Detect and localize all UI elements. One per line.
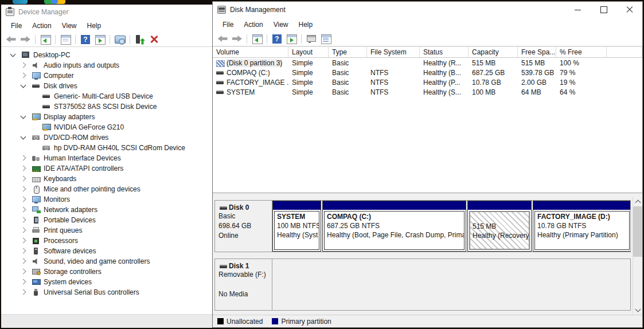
tree-item[interactable]: Generic- Multi-Card USB Device: [1, 91, 212, 101]
partition[interactable]: SYSTEM 100 MB NTFS Healthy (Syst: [272, 201, 321, 252]
tree-item[interactable]: Mice and other pointing devices: [1, 184, 212, 194]
tree-item[interactable]: IDE ATA/ATAPI controllers: [1, 163, 212, 174]
chevron-icon[interactable]: [18, 226, 29, 235]
sep[interactable]: [33, 34, 37, 45]
tree-item[interactable]: ST375052 8AS SCSI Disk Device: [1, 101, 212, 112]
tree-item[interactable]: Network adapters: [1, 205, 212, 215]
menu-item[interactable]: File: [217, 19, 239, 30]
chevron-icon[interactable]: [8, 50, 18, 60]
partition[interactable]: FACTORY_IMAGE (D:) 10.78 GB NTFS Healthy…: [533, 201, 630, 252]
menu-item[interactable]: View: [57, 21, 82, 31]
col-layout[interactable]: Layout: [288, 47, 329, 57]
tree-item[interactable]: NVIDIA GeForce G210: [1, 122, 212, 132]
menu-item[interactable]: Help: [294, 19, 318, 30]
chevron-icon[interactable]: [18, 185, 29, 194]
action-pane-icon[interactable]: [93, 34, 106, 45]
sep[interactable]: [299, 33, 303, 45]
tree-item[interactable]: Audio inputs and outputs: [1, 60, 212, 70]
disk1-header[interactable]: Disk 1 Removable (F:) No Media: [215, 259, 272, 310]
partition[interactable]: 515 MB Healthy (Recovery: [467, 201, 532, 252]
tree-item[interactable]: Display adapters: [1, 112, 212, 122]
chevron-icon[interactable]: [18, 246, 29, 256]
console-tree-icon[interactable]: [251, 33, 263, 45]
back-arrow[interactable]: [216, 33, 229, 45]
chevron-icon[interactable]: [18, 267, 29, 276]
sep[interactable]: [265, 33, 269, 45]
col-file-system[interactable]: File System: [367, 47, 420, 57]
minimize-icon[interactable]: [565, 2, 591, 18]
menu-item[interactable]: Action: [239, 19, 268, 30]
tree-item[interactable]: Keyboards: [1, 174, 212, 184]
col-type[interactable]: Type: [329, 47, 367, 57]
tree-item[interactable]: Processors: [1, 236, 212, 246]
menu-item[interactable]: File: [6, 21, 27, 31]
checklist-icon[interactable]: [319, 33, 332, 45]
vertical-scrollbar[interactable]: [633, 197, 642, 315]
col-free-space[interactable]: Free Spa...: [518, 47, 556, 57]
tree-item[interactable]: Portable Devices: [1, 215, 212, 225]
sep[interactable]: [53, 34, 57, 45]
tree-item[interactable]: Computer: [1, 70, 212, 81]
chevron-icon[interactable]: [18, 133, 29, 142]
tree-item[interactable]: hp DVD-RAM GH40L SCSI CdRom Device: [1, 143, 212, 153]
chevron-icon[interactable]: [18, 71, 29, 80]
back-arrow[interactable]: [5, 34, 17, 45]
forward-arrow[interactable]: [231, 33, 243, 45]
tree-item[interactable]: Storage controllers: [1, 267, 212, 277]
sep[interactable]: [128, 34, 132, 45]
tree-item[interactable]: Monitors: [1, 194, 212, 205]
chevron-icon[interactable]: [18, 216, 29, 225]
tree-item[interactable]: Disk drives: [1, 81, 212, 91]
forward-arrow[interactable]: [19, 34, 32, 45]
menu-item[interactable]: View: [268, 19, 294, 30]
partition[interactable]: COMPAQ (C:) 687.25 GB NTFS Healthy (Boot…: [322, 201, 466, 252]
menu-item[interactable]: Action: [27, 21, 56, 31]
tree-item[interactable]: DVD/CD-ROM drives: [1, 132, 212, 143]
col-capacity[interactable]: Capacity: [469, 47, 518, 57]
tree-item[interactable]: Human Interface Devices: [1, 153, 212, 163]
maximize-icon[interactable]: [591, 2, 616, 18]
close-icon[interactable]: [616, 2, 642, 18]
volume-row[interactable]: SYSTEM Simple Basic NTFS Healthy (S... 1…: [213, 87, 642, 97]
action-pane-icon[interactable]: [285, 33, 298, 45]
scrollbar-thumb[interactable]: [633, 206, 642, 257]
update-driver-icon[interactable]: [134, 34, 146, 45]
tree-item[interactable]: Software devices: [1, 246, 212, 256]
col-percent-free[interactable]: % Free: [556, 47, 607, 57]
volume-row[interactable]: COMPAQ (C:) Simple Basic NTFS Healthy (B…: [213, 68, 642, 77]
help-icon[interactable]: [79, 34, 92, 45]
scan-icon[interactable]: [114, 34, 126, 45]
tree-item[interactable]: Desktop-PC: [1, 50, 212, 60]
col-volume[interactable]: Volume: [213, 47, 288, 57]
console-tree-icon[interactable]: [39, 34, 52, 45]
sep[interactable]: [73, 34, 77, 45]
tree-item[interactable]: Universal Serial Bus controllers: [1, 287, 212, 297]
tree-item[interactable]: System devices: [1, 277, 212, 287]
pane-splitter[interactable]: [213, 193, 642, 197]
sep[interactable]: [245, 33, 249, 45]
chevron-icon[interactable]: [18, 236, 29, 245]
chevron-icon[interactable]: [18, 61, 29, 70]
volume-row[interactable]: FACTORY_IMAGE ... Simple Basic NTFS Heal…: [213, 77, 642, 87]
chevron-icon[interactable]: [18, 164, 29, 173]
chevron-icon[interactable]: [18, 195, 29, 204]
chevron-icon[interactable]: [18, 288, 29, 297]
col-status[interactable]: Status: [420, 47, 469, 57]
scroll-up-button[interactable]: [633, 197, 642, 206]
chevron-icon[interactable]: [18, 112, 29, 122]
tree-item[interactable]: Print queues: [1, 225, 212, 236]
sep[interactable]: [108, 34, 112, 45]
popup-icon[interactable]: [305, 33, 318, 45]
chevron-icon[interactable]: [18, 81, 29, 91]
chevron-icon[interactable]: [18, 257, 29, 266]
uninstall-icon[interactable]: [148, 34, 161, 45]
volume-row[interactable]: (Disk 0 partition 3) Simple Basic Health…: [213, 58, 642, 68]
menu-item[interactable]: Help: [82, 21, 107, 31]
chevron-icon[interactable]: [18, 277, 29, 287]
disk0-header[interactable]: Disk 0 Basic 698.64 GB Online: [215, 201, 272, 252]
chevron-icon[interactable]: [18, 174, 29, 183]
help-icon[interactable]: [271, 33, 283, 45]
chevron-icon[interactable]: [18, 154, 29, 163]
tree-item[interactable]: Sound, video and game controllers: [1, 256, 212, 267]
scroll-down-button[interactable]: [633, 305, 642, 315]
